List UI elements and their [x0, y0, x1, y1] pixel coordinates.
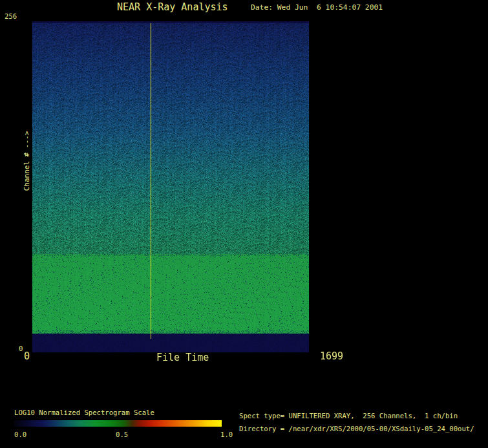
colorbar-tick-05: 0.5 — [116, 431, 128, 438]
colorbar-title: LOG10 Normalized Spectrogram Scale — [14, 409, 154, 416]
y-axis-title: Channel # ---> — [23, 131, 30, 191]
colorbar-tick-0: 0.0 — [14, 431, 27, 438]
date-label: Date: Wed Jun 6 10:54:07 2001 — [251, 4, 383, 11]
near-xray-analysis-window: NEAR X-Ray Analysis Date: Wed Jun 6 10:5… — [0, 0, 488, 448]
spect-type-line: Spect type= UNFILTERED XRAY, 256 Channel… — [239, 412, 458, 420]
x-axis-title: File Time — [156, 353, 209, 363]
spectrogram-canvas — [32, 21, 309, 352]
x-axis-max-label: 1699 — [320, 352, 343, 361]
x-axis-min-label: 0 — [24, 352, 30, 361]
y-axis-max-label: 256 — [5, 13, 17, 20]
page-title: NEAR X-Ray Analysis — [117, 3, 228, 12]
colorbar-tick-1: 1.0 — [220, 431, 233, 438]
directory-line: Directory = /near/xdr/XRS/2000/05-00/XSd… — [239, 425, 474, 432]
y-axis-min-label: 0 — [19, 345, 23, 352]
colorbar-gradient — [14, 420, 222, 427]
